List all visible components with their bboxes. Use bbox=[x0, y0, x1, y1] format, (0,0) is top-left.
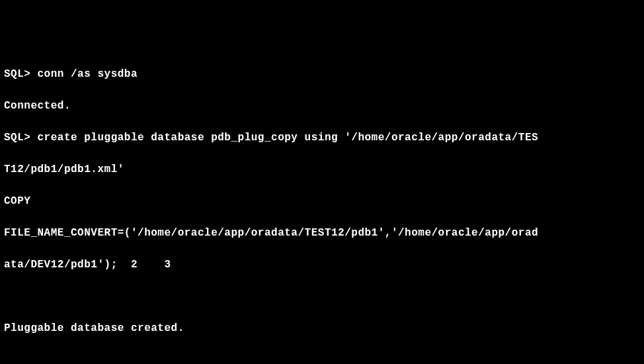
terminal-line-blank-2 bbox=[4, 352, 640, 364]
terminal-line-convert-2: ata/DEV12/pdb1'); 2 3 bbox=[4, 257, 640, 273]
terminal-line-connected: Connected. bbox=[4, 98, 640, 114]
terminal-line-create-pdb-2: T12/pdb1/pdb1.xml' bbox=[4, 161, 640, 177]
terminal-line-created: Pluggable database created. bbox=[4, 320, 640, 336]
terminal-line-prompt-conn: SQL> conn /as sysdba bbox=[4, 66, 640, 82]
terminal-line-create-pdb-1: SQL> create pluggable database pdb_plug_… bbox=[4, 130, 640, 146]
terminal-line-convert-1: FILE_NAME_CONVERT=('/home/oracle/app/ora… bbox=[4, 225, 640, 241]
terminal-line-blank-1 bbox=[4, 289, 640, 304]
terminal-line-copy: COPY bbox=[4, 193, 640, 209]
